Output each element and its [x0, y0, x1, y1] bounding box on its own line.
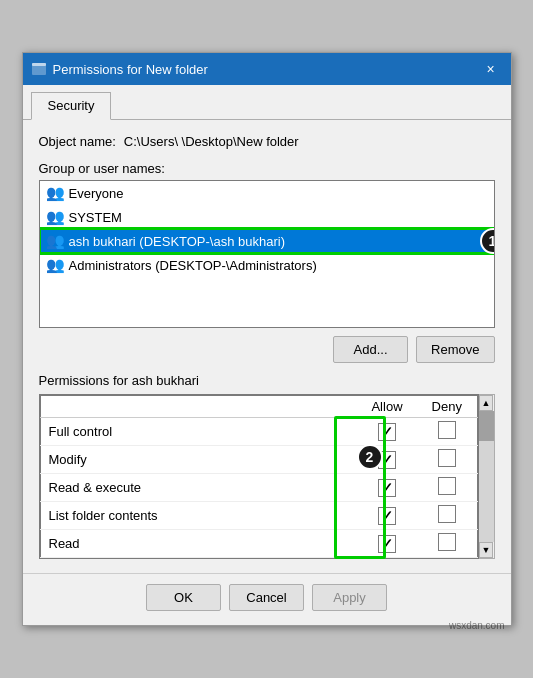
deny-checkbox-list[interactable]	[438, 505, 456, 523]
scrollbar-down[interactable]: ▼	[479, 542, 493, 558]
col-permission	[40, 396, 357, 418]
perm-name: Full control	[40, 418, 357, 446]
scrollbar-track[interactable]	[479, 411, 494, 542]
perm-allow-check[interactable]	[357, 530, 417, 558]
perm-name: List folder contents	[40, 502, 357, 530]
user-icon: 👥	[46, 256, 65, 274]
bottom-buttons: OK Cancel Apply	[23, 573, 511, 625]
allow-checkbox-read[interactable]	[378, 535, 396, 553]
allow-checkbox-full[interactable]	[378, 423, 396, 441]
perm-deny-check[interactable]	[417, 474, 477, 502]
perm-row: Read & execute	[40, 474, 477, 502]
perm-table-container: Allow Deny Full control	[39, 394, 479, 559]
perm-row: List folder contents	[40, 502, 477, 530]
list-item[interactable]: 👥 Administrators (DESKTOP-\Administrator…	[40, 253, 494, 277]
user-icon: 👥	[46, 208, 65, 226]
group-section-label: Group or user names:	[39, 161, 495, 176]
close-button[interactable]: ×	[479, 57, 503, 81]
deny-checkbox-modify[interactable]	[438, 449, 456, 467]
badge-2: 2	[357, 444, 383, 470]
perm-name: Read & execute	[40, 474, 357, 502]
permissions-table: Allow Deny Full control	[40, 395, 478, 558]
item-label: Administrators (DESKTOP-\Administrators)	[69, 258, 317, 273]
object-name-label: Object name:	[39, 134, 116, 149]
item-label: Everyone	[69, 186, 124, 201]
col-deny: Deny	[417, 396, 477, 418]
dialog-title: Permissions for New folder	[53, 62, 479, 77]
scrollbar-thumb[interactable]	[479, 411, 494, 441]
list-item[interactable]: 👥 Everyone	[40, 181, 494, 205]
list-item-selected[interactable]: 👥 ash bukhari (DESKTOP-\ash bukhari) 1	[40, 229, 494, 253]
apply-button[interactable]: Apply	[312, 584, 387, 611]
add-button[interactable]: Add...	[333, 336, 408, 363]
col-allow: Allow	[357, 396, 417, 418]
list-item[interactable]: 👥 SYSTEM	[40, 205, 494, 229]
dialog-body: Object name: C:\Users\ \Desktop\New fold…	[23, 120, 511, 573]
item-label: SYSTEM	[69, 210, 122, 225]
watermark: wsxdan.com	[449, 620, 505, 631]
tabs-bar: Security	[23, 85, 511, 120]
tab-security[interactable]: Security	[31, 92, 112, 120]
dialog-window: Permissions for New folder × Security Ob…	[22, 52, 512, 626]
perm-name: Read	[40, 530, 357, 558]
permissions-section-label: Permissions for ash bukhari	[39, 373, 495, 388]
deny-checkbox-read[interactable]	[438, 533, 456, 551]
ok-button[interactable]: OK	[146, 584, 221, 611]
perm-allow-check[interactable]	[357, 418, 417, 446]
perm-row: Full control	[40, 418, 477, 446]
add-remove-buttons: Add... Remove	[39, 336, 495, 363]
perm-deny-check[interactable]	[417, 502, 477, 530]
perm-name: Modify	[40, 446, 357, 474]
dialog-icon	[31, 61, 47, 77]
perm-allow-check[interactable]	[357, 474, 417, 502]
permissions-table-wrapper: Allow Deny Full control	[39, 394, 495, 559]
perm-allow-check[interactable]	[357, 502, 417, 530]
svg-rect-1	[32, 63, 46, 66]
user-icon: 👥	[46, 232, 65, 250]
scrollbar-up[interactable]: ▲	[479, 395, 493, 411]
badge-1: 1	[480, 228, 495, 254]
deny-checkbox-readexec[interactable]	[438, 477, 456, 495]
perm-deny-check[interactable]	[417, 530, 477, 558]
perm-row: Modify	[40, 446, 477, 474]
perm-deny-check[interactable]	[417, 446, 477, 474]
perm-deny-check[interactable]	[417, 418, 477, 446]
object-name-value: C:\Users\ \Desktop\New folder	[124, 134, 299, 149]
group-listbox-wrapper: 👥 Everyone 👥 SYSTEM 👥 ash bukhari (DESKT…	[39, 180, 495, 328]
allow-checkbox-list[interactable]	[378, 507, 396, 525]
cancel-button[interactable]: Cancel	[229, 584, 304, 611]
permissions-scrollbar[interactable]: ▲ ▼	[479, 394, 495, 559]
item-label: ash bukhari (DESKTOP-\ash bukhari)	[69, 234, 286, 249]
allow-checkbox-readexec[interactable]	[378, 479, 396, 497]
remove-button[interactable]: Remove	[416, 336, 494, 363]
deny-checkbox-full[interactable]	[438, 421, 456, 439]
object-name-row: Object name: C:\Users\ \Desktop\New fold…	[39, 134, 495, 149]
title-bar: Permissions for New folder ×	[23, 53, 511, 85]
user-icon: 👥	[46, 184, 65, 202]
group-listbox[interactable]: 👥 Everyone 👥 SYSTEM 👥 ash bukhari (DESKT…	[39, 180, 495, 328]
perm-row: Read	[40, 530, 477, 558]
perm-table-wrap: Allow Deny Full control	[39, 394, 495, 559]
